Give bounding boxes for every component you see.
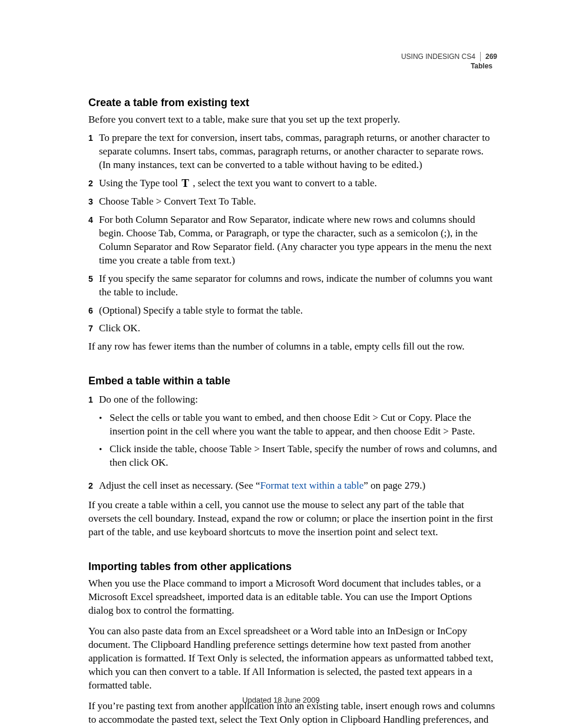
step-text: For both Column Separator and Row Separa… [99, 213, 497, 268]
step-item: 5If you specify the same separator for c… [88, 272, 497, 299]
bullet-item: Select the cells or table you want to em… [99, 411, 497, 439]
heading: Create a table from existing text [88, 95, 497, 110]
page-number: 269 [481, 52, 497, 61]
section-embed-table: Embed a table within a table 1 Do one of… [88, 374, 497, 539]
step-item: 6(Optional) Specify a table style to for… [88, 304, 497, 318]
running-header-section: Tables [401, 61, 497, 71]
page-footer: Updated 18 June 2009 [0, 695, 562, 706]
running-header: USING INDESIGN CS4269 Tables [401, 52, 497, 71]
running-header-title: USING INDESIGN CS4 [401, 52, 481, 61]
step-text: (Optional) Specify a table style to form… [99, 304, 497, 318]
sub-bullets: Select the cells or table you want to em… [99, 411, 497, 470]
step-item: 7Click OK. [88, 322, 497, 335]
step-item: 2Adjust the cell inset as necessary. (Se… [88, 479, 497, 493]
step-text: To prepare the text for conversion, inse… [99, 131, 497, 172]
step-item: 3Choose Table > Convert Text To Table. [88, 195, 497, 209]
heading: Embed a table within a table [88, 374, 497, 388]
paragraph: If you create a table within a cell, you… [88, 499, 497, 539]
intro-paragraph: Before you convert text to a table, make… [88, 113, 497, 127]
step-item: 2Using the Type tool T , select the text… [88, 177, 497, 190]
paragraph: You can also paste data from an Excel sp… [88, 625, 497, 693]
step-text: Choose Table > Convert Text To Table. [99, 195, 497, 209]
step-text: Do one of the following: Select the cell… [99, 393, 497, 475]
step-item: 1 Do one of the following: Select the ce… [88, 393, 497, 475]
cross-reference-link[interactable]: Format text within a table [260, 480, 364, 491]
step-text: Click OK. [99, 322, 497, 335]
steps-list: 1 Do one of the following: Select the ce… [88, 393, 497, 493]
bullet-item: Click inside the table, choose Table > I… [99, 443, 497, 470]
step-text: If you specify the same separator for co… [99, 272, 497, 299]
step-text: Using the Type tool T , select the text … [99, 177, 497, 190]
steps-list: 1To prepare the text for conversion, ins… [88, 131, 497, 335]
type-tool-icon: T [180, 177, 190, 189]
section-create-table-from-text: Create a table from existing text Before… [88, 95, 497, 354]
heading: Importing tables from other applications [88, 559, 497, 574]
paragraph: If any row has fewer items than the numb… [88, 340, 497, 354]
step-text: Adjust the cell inset as necessary. (See… [99, 479, 497, 493]
paragraph: When you use the Place command to import… [88, 577, 497, 618]
step-item: 4For both Column Separator and Row Separ… [88, 213, 497, 268]
step-item: 1To prepare the text for conversion, ins… [88, 131, 497, 172]
